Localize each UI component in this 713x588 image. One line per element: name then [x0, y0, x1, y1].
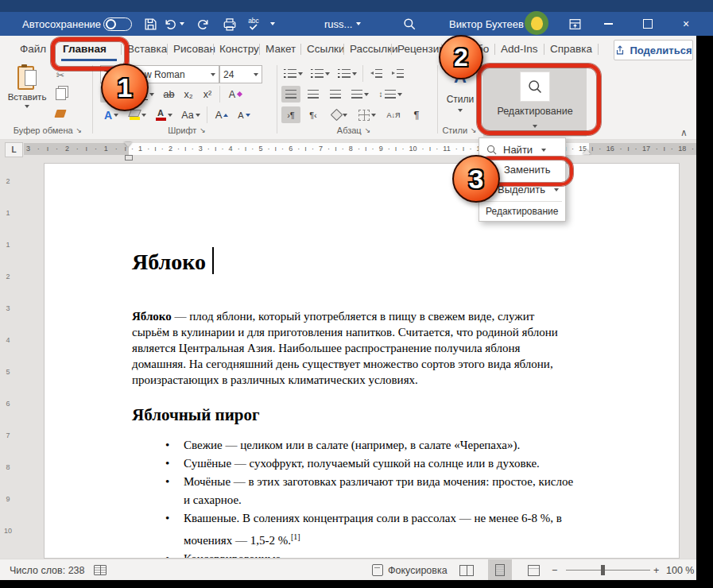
format-painter-icon	[54, 110, 66, 118]
tab-design[interactable]: Констру	[219, 36, 259, 62]
find-icon	[486, 144, 498, 156]
web-layout-button[interactable]	[521, 559, 545, 581]
shading-button[interactable]	[327, 106, 351, 123]
quick-print-button[interactable]	[219, 12, 240, 36]
left-indent-marker[interactable]	[125, 155, 133, 161]
autosave-toggle[interactable]	[103, 12, 132, 36]
superscript-button[interactable]: x²	[199, 86, 216, 103]
proofing-status-icon[interactable]	[94, 559, 107, 581]
styles-label: Стили	[447, 94, 475, 105]
collapse-ribbon-chevron[interactable]: ∧	[680, 127, 688, 138]
list-item: •Сушёные — сухофрукт, получаемый сушкой …	[132, 455, 593, 473]
shading-bucket-icon	[330, 109, 343, 122]
line-spacing-button[interactable]: ↕	[377, 86, 404, 103]
format-painter-button[interactable]	[51, 105, 70, 122]
zoom-out-button[interactable]: −	[552, 559, 557, 581]
sort-button[interactable]: А↓Я	[383, 106, 404, 123]
clipboard-group-label: Буфер обмена↘	[8, 126, 87, 135]
focus-mode-button[interactable]: Фокусировка	[372, 559, 448, 581]
font-color-button[interactable]: А	[153, 106, 175, 123]
font-color-icon: А	[156, 109, 166, 121]
tab-references[interactable]: Ссылки	[307, 36, 345, 62]
align-right-icon	[330, 90, 341, 99]
save-button[interactable]	[140, 12, 161, 36]
read-mode-button[interactable]	[455, 559, 479, 581]
undo-button[interactable]	[164, 12, 184, 36]
tab-insert[interactable]: Вставка	[127, 36, 167, 62]
list-item: •Свежие — целиком или в салате (например…	[132, 436, 593, 455]
bullets-button[interactable]	[281, 65, 304, 82]
borders-button[interactable]	[356, 106, 378, 123]
subscript-button[interactable]: x₂	[180, 86, 197, 103]
minimize-button[interactable]	[596, 12, 620, 36]
ribbon-display-options-button[interactable]	[564, 12, 585, 36]
multilevel-list-button[interactable]	[335, 65, 358, 82]
doc-title: Яблоко	[132, 247, 593, 275]
font-dialog-launcher[interactable]: ↘	[200, 126, 206, 134]
share-button[interactable]: Поделиться	[614, 40, 693, 60]
print-layout-button[interactable]	[488, 559, 512, 581]
numbering-button[interactable]	[308, 65, 331, 82]
paste-button[interactable]: Вставить	[6, 65, 48, 108]
menu-separator	[482, 201, 562, 202]
doc-heading2: Яблочный пирог	[132, 405, 593, 425]
highlighter-icon	[130, 110, 140, 120]
user-name[interactable]: Виктор Бухтеев	[449, 12, 524, 36]
document-title[interactable]: russ...	[324, 12, 361, 36]
copy-icon	[56, 88, 66, 100]
qat-customize-chevron[interactable]	[270, 12, 275, 36]
tab-review[interactable]: Рецензир	[397, 36, 445, 62]
zoom-in-button[interactable]: +	[653, 559, 659, 581]
shrink-font-button[interactable]: А	[234, 106, 254, 123]
clear-formatting-button[interactable]: А	[224, 86, 246, 103]
right-indent-marker[interactable]	[583, 149, 591, 154]
paragraph-group-label: Абзац↘	[318, 126, 389, 135]
styles-dialog-launcher[interactable]: ↘	[471, 126, 477, 134]
text-cursor	[212, 247, 214, 274]
font-size-combo[interactable]: 24	[219, 65, 262, 83]
paste-label: Вставить	[8, 92, 47, 102]
tab-addins[interactable]: Add-Ins	[501, 36, 538, 62]
vertical-ruler: 2 1 1 2 3 4 5 6 7 8 9 10	[2, 165, 14, 547]
rtl-button[interactable]: ¶‹	[304, 106, 323, 123]
save-icon	[144, 17, 157, 31]
search-button[interactable]	[399, 12, 420, 36]
document-page[interactable]: Яблоко Яблоко — плод яблони, который упо…	[44, 163, 680, 559]
clipboard-dialog-launcher[interactable]: ↘	[76, 126, 83, 134]
footnote-reference[interactable]: [1]	[291, 532, 300, 541]
grow-font-button[interactable]: А	[211, 106, 232, 123]
zoom-slider-thumb[interactable]	[601, 565, 605, 575]
tab-file[interactable]: Файл	[20, 36, 46, 62]
zoom-level[interactable]: 100 %	[666, 559, 694, 581]
numbered-list-icon	[311, 69, 324, 78]
change-case-button[interactable]: Аа	[178, 106, 203, 123]
show-hide-pilcrow-button[interactable]: ¶	[407, 106, 426, 123]
align-center-button[interactable]	[304, 86, 323, 103]
tab-stop-selector[interactable]: L	[5, 142, 23, 157]
word-count[interactable]: Число слов: 238	[10, 559, 85, 581]
spelling-button[interactable]: abc	[243, 12, 264, 36]
increase-indent-button[interactable]	[388, 65, 407, 82]
align-left-button[interactable]	[281, 86, 300, 103]
redo-button[interactable]	[192, 12, 213, 36]
align-right-button[interactable]	[326, 86, 345, 103]
maximize-button[interactable]	[636, 12, 660, 36]
paste-clipboard-icon	[17, 65, 37, 89]
zoom-slider-track[interactable]	[566, 570, 650, 571]
close-button[interactable]: ×	[674, 12, 698, 36]
copy-button[interactable]	[51, 86, 70, 103]
decrease-indent-button[interactable]	[366, 65, 386, 82]
tab-help[interactable]: Справка	[550, 36, 592, 62]
ltr-button[interactable]: ›¶	[281, 106, 300, 123]
justify-button[interactable]	[348, 86, 372, 103]
paragraph-dialog-launcher[interactable]: ↘	[365, 126, 371, 134]
tab-layout[interactable]: Макет	[265, 36, 296, 62]
user-avatar[interactable]	[525, 11, 548, 35]
bulleted-list-icon	[284, 69, 296, 78]
strikethrough-button[interactable]: ab	[160, 86, 178, 103]
find-label: Найти	[503, 144, 533, 156]
first-line-indent-marker[interactable]	[124, 142, 132, 147]
highlight-editing-button	[477, 64, 601, 135]
tab-draw[interactable]: Рисован	[173, 36, 215, 62]
title-bar: Автосохранение abc russ... Виктор Бухтее…	[0, 0, 713, 36]
